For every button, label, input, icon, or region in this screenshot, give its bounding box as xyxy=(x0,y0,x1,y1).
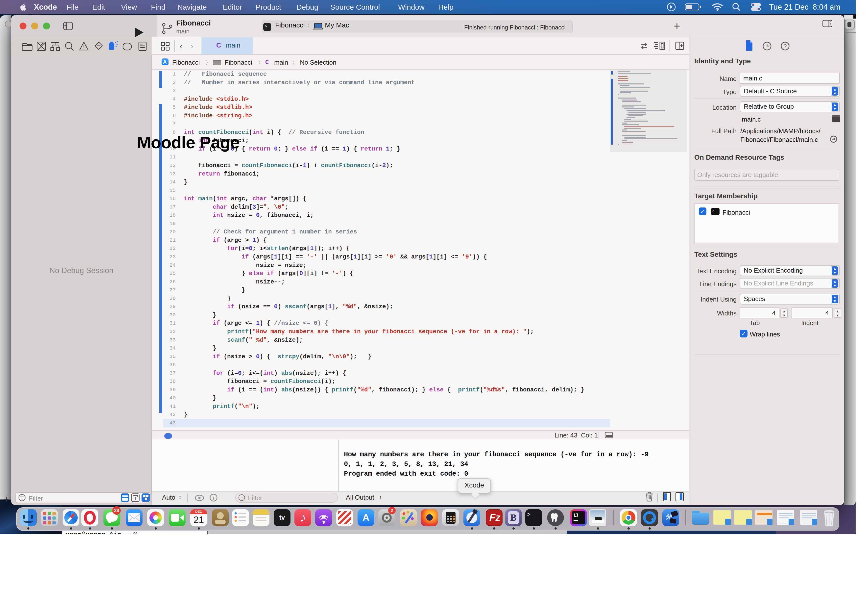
svg-text:?: ? xyxy=(784,43,787,49)
svg-text:i: i xyxy=(213,495,214,501)
